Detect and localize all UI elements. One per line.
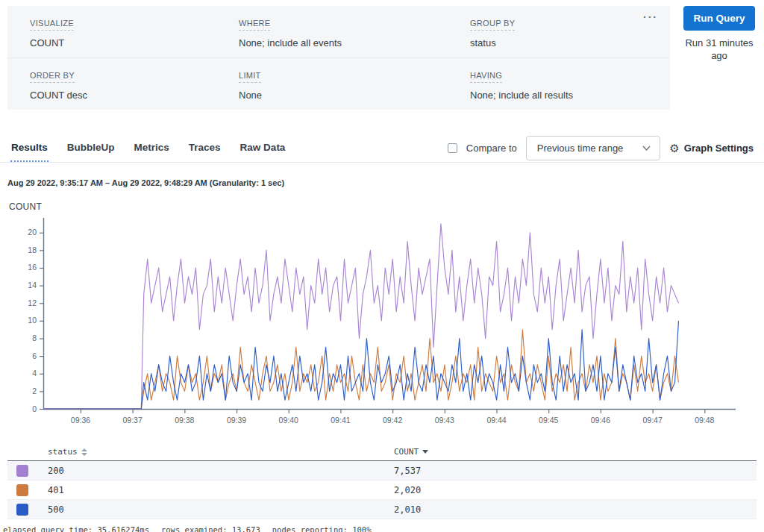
run-column: Run Query Run 31 minutes ago (682, 6, 757, 110)
sort-both-icon (81, 448, 87, 456)
series-line-401 (43, 330, 679, 409)
tabs: ResultsBubbleUpMetricsTracesRaw Data (10, 134, 304, 162)
run-query-button[interactable]: Run Query (683, 6, 755, 31)
time-range-text: Aug 29 2022, 9:35:17 AM – Aug 29 2022, 9… (7, 178, 757, 187)
count-value: 2,010 (394, 504, 757, 515)
legend-row-500[interactable]: 5002,010 (7, 500, 757, 519)
legend-row-200[interactable]: 2007,537 (7, 461, 757, 481)
overflow-menu-button[interactable]: ··· (643, 12, 658, 22)
y-tick-label: 16 (28, 263, 37, 272)
tab-controls: Compare to Previous time range ⚙ Graph S… (448, 134, 754, 162)
y-tick-label: 12 (28, 298, 37, 307)
count-value: 7,537 (394, 466, 757, 476)
status-value: 401 (48, 485, 394, 495)
y-tick-label: 8 (32, 334, 37, 342)
compare-time-range-select[interactable]: Previous time range (526, 136, 661, 160)
y-tick-label: 2 (32, 387, 37, 395)
query-section-value: COUNT desc (30, 90, 239, 101)
x-tick-label: 09:37 (123, 416, 143, 425)
query-section-group-by[interactable]: GROUP BYstatus (470, 16, 648, 48)
query-row-1: VISUALIZECOUNTWHERENone; include all eve… (7, 6, 670, 58)
compare-time-range-value: Previous time range (537, 143, 624, 154)
legend-column-header-count[interactable]: COUNT (394, 447, 757, 457)
column-label: status (48, 447, 78, 457)
y-tick-label: 10 (28, 316, 37, 325)
graph-settings-button[interactable]: ⚙ Graph Settings (669, 143, 754, 154)
query-builder-panel: VISUALIZECOUNTWHERENone; include all eve… (7, 6, 670, 110)
query-row-2: ORDER BYCOUNT descLIMITNoneHAVINGNone; i… (7, 58, 670, 110)
tab-results[interactable]: Results (10, 134, 48, 162)
query-section-visualize[interactable]: VISUALIZECOUNT (30, 16, 239, 48)
column-label: COUNT (394, 447, 419, 457)
chart-title: COUNT (9, 201, 764, 212)
series-color-swatch (16, 465, 28, 477)
x-tick-label: 09:45 (539, 416, 558, 425)
x-tick-label: 09:48 (695, 416, 714, 425)
x-tick-label: 09:43 (435, 416, 454, 425)
query-stats-footer: elapsed query time: 35.616274msrows exam… (3, 525, 764, 532)
tab-raw-data[interactable]: Raw Data (239, 134, 286, 162)
legend-header-row: statusCOUNT (7, 443, 757, 461)
x-tick-label: 09:41 (331, 416, 350, 425)
last-run-text: Run 31 minutes ago (682, 37, 757, 63)
x-tick-label: 09:39 (227, 416, 246, 425)
x-tick-label: 09:42 (383, 416, 402, 425)
query-section-where[interactable]: WHERENone; include all events (239, 16, 470, 48)
series-line-500 (43, 321, 679, 409)
x-tick-label: 09:40 (279, 416, 298, 425)
sort-desc-icon (422, 450, 428, 454)
query-section-order-by[interactable]: ORDER BYCOUNT desc (30, 68, 239, 101)
tab-traces[interactable]: Traces (188, 134, 222, 162)
query-section-label: LIMIT (239, 71, 261, 83)
gear-icon: ⚙ (669, 143, 679, 154)
count-value: 2,020 (394, 485, 757, 495)
compare-to-checkbox[interactable] (448, 143, 457, 153)
x-tick-label: 09:36 (71, 416, 90, 425)
tab-bar: ResultsBubbleUpMetricsTracesRaw Data Com… (0, 134, 764, 163)
tab-bubbleup[interactable]: BubbleUp (66, 134, 116, 162)
series-color-swatch (16, 484, 28, 496)
query-section-value: None; include all events (239, 37, 470, 48)
legend-table: statusCOUNT2007,5374012,0205002,010 (7, 443, 757, 519)
query-section-label: HAVING (470, 71, 502, 83)
query-section-value: COUNT (30, 37, 239, 48)
query-section-value: None; include all results (470, 90, 648, 101)
query-section-value: None (239, 90, 470, 101)
y-tick-label: 4 (32, 369, 37, 378)
x-tick-label: 09:46 (591, 416, 610, 425)
y-tick-label: 20 (28, 228, 37, 237)
y-tick-label: 6 (32, 351, 37, 360)
x-tick-label: 09:47 (642, 416, 662, 425)
y-tick-label: 0 (32, 404, 37, 413)
compare-to-label[interactable]: Compare to (466, 143, 517, 154)
status-value: 200 (48, 466, 394, 476)
page: VISUALIZECOUNTWHERENone; include all eve… (0, 0, 764, 532)
query-section-value: status (470, 37, 648, 48)
status-value: 500 (48, 504, 394, 515)
legend-row-401[interactable]: 4012,020 (7, 481, 757, 500)
query-section-limit[interactable]: LIMITNone (239, 68, 470, 101)
graph-settings-label: Graph Settings (684, 143, 754, 154)
stat-segment: elapsed query time: 35.616274ms (3, 525, 149, 532)
query-section-label: ORDER BY (30, 71, 75, 83)
query-section-label: VISUALIZE (30, 19, 74, 31)
y-tick-label: 18 (28, 245, 37, 254)
x-tick-label: 09:44 (486, 416, 506, 425)
legend-column-header-status[interactable]: status (48, 447, 394, 457)
chevron-down-icon (642, 145, 651, 151)
series-color-swatch (16, 504, 28, 516)
stat-segment: rows examined: 13,673 (161, 525, 260, 532)
query-section-label: GROUP BY (470, 19, 515, 31)
query-builder-row: VISUALIZECOUNTWHERENone; include all eve… (7, 6, 757, 110)
results-chart[interactable]: 0246810121416182009:3609:3709:3809:3909:… (7, 213, 764, 434)
stat-segment: nodes reporting: 100% (272, 525, 372, 532)
query-section-having[interactable]: HAVINGNone; include all results (470, 68, 648, 101)
query-section-label: WHERE (239, 19, 270, 31)
chart-svg[interactable]: 0246810121416182009:3609:3709:3809:3909:… (7, 213, 757, 431)
y-tick-label: 14 (28, 281, 37, 290)
x-tick-label: 09:38 (175, 416, 194, 425)
tab-metrics[interactable]: Metrics (134, 134, 170, 162)
